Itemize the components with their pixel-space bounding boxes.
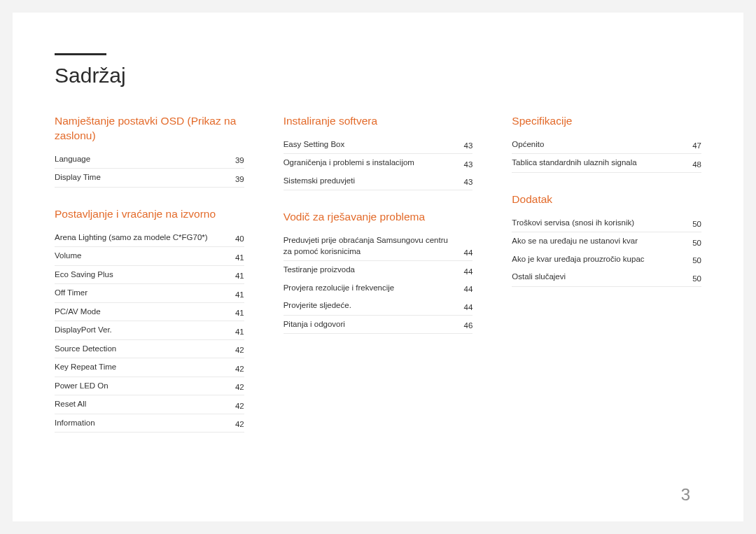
toc-entry-page: 48 <box>692 160 701 169</box>
toc-entry-label: Ograničenja i problemi s instalacijom <box>284 157 454 169</box>
toc-entry-page: 42 <box>235 346 244 354</box>
toc-entry[interactable]: DisplayPort Ver.41 <box>55 321 244 340</box>
toc-entry-label: Display Time <box>55 172 225 183</box>
toc-section-heading[interactable]: Vodič za rješavanje problema <box>284 210 473 225</box>
toc-section: Postavljanje i vraćanje na izvornoArena … <box>55 207 244 433</box>
toc-entry-page: 50 <box>692 220 701 228</box>
toc-entry[interactable]: Ograničenja i problemi s instalacijom43 <box>284 154 473 172</box>
toc-entry-page: 44 <box>464 267 473 276</box>
toc-entry-label: Power LED On <box>55 381 225 392</box>
toc-entry-label: Provjera rezolucije i frekvencije <box>284 283 454 294</box>
toc-entry-label: Sistemski preduvjeti <box>284 176 454 187</box>
toc-section: SpecifikacijeOpćenito47Tablica standardn… <box>512 114 701 173</box>
toc-entry[interactable]: Testiranje proizvoda44 <box>284 261 473 279</box>
toc-entry-label: Općenito <box>512 139 682 150</box>
page-title: Sadržaj <box>55 64 701 87</box>
toc-entry[interactable]: Information42 <box>55 414 244 433</box>
toc-entry[interactable]: Sistemski preduvjeti43 <box>284 172 473 191</box>
toc-entry-label: Eco Saving Plus <box>55 269 225 281</box>
toc-column: SpecifikacijeOpćenito47Tablica standardn… <box>512 114 701 452</box>
toc-entry-label: Reset All <box>55 399 225 410</box>
toc-entry[interactable]: Language39 <box>55 150 244 169</box>
toc-entry-page: 44 <box>464 248 473 257</box>
toc-entries: Preduvjeti prije obraćanja Samsungovu ce… <box>284 232 473 334</box>
toc-entry[interactable]: Preduvjeti prije obraćanja Samsungovu ce… <box>284 232 473 261</box>
toc-entry-page: 47 <box>692 141 701 150</box>
toc-entry[interactable]: Display Time39 <box>55 169 244 188</box>
toc-entry-page: 41 <box>235 290 244 299</box>
toc-entry-label: Pitanja i odgovori <box>284 319 454 330</box>
toc-entry-label: Preduvjeti prije obraćanja Samsungovu ce… <box>284 235 454 257</box>
toc-entry[interactable]: Općenito47 <box>512 136 701 155</box>
toc-entry-label: Easy Setting Box <box>284 139 454 150</box>
toc-entries: Troškovi servisa (snosi ih korisnik)50Ak… <box>512 214 701 287</box>
toc-entry[interactable]: Arena Lighting (samo za modele C*FG70*)4… <box>55 229 244 248</box>
toc-entry[interactable]: PC/AV Mode41 <box>55 303 244 322</box>
toc-entry[interactable]: Source Detection42 <box>55 340 244 359</box>
toc-entry-page: 42 <box>235 365 244 373</box>
toc-section-heading[interactable]: Namještanje postavki OSD (Prikaz na zasl… <box>55 114 244 143</box>
toc-entries: Općenito47Tablica standardnih ulaznih si… <box>512 136 701 173</box>
toc-entry-label: Key Repeat Time <box>55 362 225 373</box>
toc-section: Namještanje postavki OSD (Prikaz na zasl… <box>55 114 244 188</box>
toc-entry-page: 44 <box>464 285 473 293</box>
toc-entry[interactable]: Reset All42 <box>55 395 244 414</box>
page-number: 3 <box>681 485 690 505</box>
toc-entry-label: Arena Lighting (samo za modele C*FG70*) <box>55 232 225 244</box>
toc-section-heading[interactable]: Specifikacije <box>512 114 701 129</box>
toc-entry[interactable]: Off Timer41 <box>55 284 244 303</box>
toc-entry-label: Information <box>55 418 225 429</box>
toc-entries: Language39Display Time39 <box>55 150 244 188</box>
toc-entry-page: 43 <box>464 160 473 169</box>
toc-entry[interactable]: Volume41 <box>55 247 244 266</box>
toc-entry-page: 39 <box>235 156 244 164</box>
toc-entry-page: 43 <box>464 178 473 186</box>
toc-section-heading[interactable]: Dodatak <box>512 192 701 207</box>
toc-entries: Easy Setting Box43Ograničenja i problemi… <box>284 136 473 191</box>
document-page: Sadržaj Namještanje postavki OSD (Prikaz… <box>13 13 743 521</box>
toc-entry[interactable]: Provjerite sljedeće.44 <box>284 297 473 316</box>
toc-entry-label: Testiranje proizvoda <box>284 265 454 276</box>
toc-entry-label: Troškovi servisa (snosi ih korisnik) <box>512 218 682 229</box>
toc-entry-label: Ako je kvar uređaja prouzročio kupac <box>512 254 682 265</box>
toc-section: Instaliranje softveraEasy Setting Box43O… <box>284 114 473 190</box>
toc-entry[interactable]: Key Repeat Time42 <box>55 358 244 377</box>
toc-entry[interactable]: Troškovi servisa (snosi ih korisnik)50 <box>512 214 701 233</box>
toc-entry[interactable]: Ako se na uređaju ne ustanovi kvar50 <box>512 232 701 251</box>
toc-entry-page: 40 <box>235 234 244 243</box>
toc-entry-label: Ostali slučajevi <box>512 272 682 283</box>
toc-entry-page: 50 <box>692 274 701 283</box>
toc-entry[interactable]: Power LED On42 <box>55 377 244 396</box>
toc-entry[interactable]: Ostali slučajevi50 <box>512 268 701 287</box>
toc-column: Instaliranje softveraEasy Setting Box43O… <box>284 114 473 452</box>
toc-column: Namještanje postavki OSD (Prikaz na zasl… <box>55 114 244 452</box>
toc-entry[interactable]: Pitanja i odgovori46 <box>284 316 473 335</box>
toc-columns: Namještanje postavki OSD (Prikaz na zasl… <box>55 114 701 452</box>
toc-entry-page: 50 <box>692 256 701 265</box>
toc-entry-label: Volume <box>55 251 225 262</box>
toc-entry-label: Source Detection <box>55 344 225 355</box>
toc-entry-page: 44 <box>464 303 473 311</box>
toc-entry[interactable]: Tablica standardnih ulaznih signala48 <box>512 154 701 173</box>
toc-entry-page: 42 <box>235 383 244 391</box>
title-accent-bar <box>55 53 106 55</box>
toc-section: DodatakTroškovi servisa (snosi ih korisn… <box>512 192 701 287</box>
toc-entry-label: DisplayPort Ver. <box>55 325 225 336</box>
toc-entry-page: 43 <box>464 141 473 150</box>
toc-entry-page: 42 <box>235 402 244 410</box>
toc-entry[interactable]: Provjera rezolucije i frekvencije44 <box>284 279 473 297</box>
toc-section-heading[interactable]: Instaliranje softvera <box>284 114 473 129</box>
toc-entry-label: Tablica standardnih ulaznih signala <box>512 157 682 169</box>
toc-entry[interactable]: Easy Setting Box43 <box>284 136 473 155</box>
toc-entry-page: 41 <box>235 328 244 336</box>
toc-entries: Arena Lighting (samo za modele C*FG70*)4… <box>55 229 244 433</box>
toc-section: Vodič za rješavanje problemaPreduvjeti p… <box>284 210 473 334</box>
toc-entry-page: 41 <box>235 272 244 280</box>
toc-entry[interactable]: Eco Saving Plus41 <box>55 266 244 285</box>
toc-entry-page: 46 <box>464 321 473 330</box>
toc-entry-label: Provjerite sljedeće. <box>284 300 454 311</box>
toc-entry-label: Language <box>55 154 225 165</box>
toc-entry[interactable]: Ako je kvar uređaja prouzročio kupac50 <box>512 251 701 269</box>
toc-section-heading[interactable]: Postavljanje i vraćanje na izvorno <box>55 207 244 222</box>
toc-entry-label: Off Timer <box>55 288 225 299</box>
